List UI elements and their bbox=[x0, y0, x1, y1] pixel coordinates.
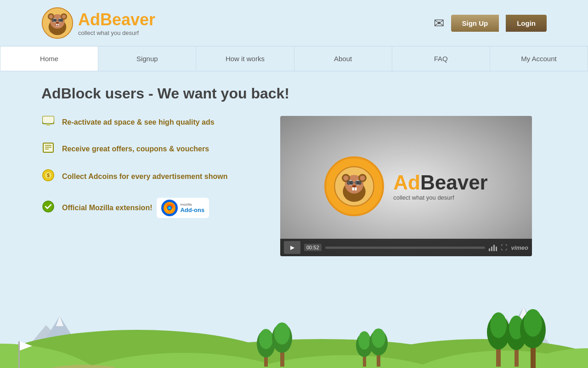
mail-icon[interactable]: ✉ bbox=[434, 16, 444, 31]
check-circle-icon bbox=[41, 201, 55, 215]
video-brand-text: AdBeaver collect what you desurf bbox=[393, 171, 487, 201]
vbar-2 bbox=[491, 247, 492, 251]
svg-rect-16 bbox=[52, 18, 57, 22]
feature-offers-text: Receive great offers, coupons & vouchers bbox=[62, 145, 209, 153]
firefox-addons-badge[interactable]: mozilla Add-ons bbox=[157, 198, 209, 218]
monitor-icon bbox=[41, 116, 55, 129]
logo-beaver-text: Beaver bbox=[100, 10, 155, 29]
header-actions: ✉ Sign Up Login bbox=[434, 15, 547, 32]
nav-faq[interactable]: FAQ bbox=[392, 46, 490, 71]
main-content: AdBlock users - We want you back! Re-act… bbox=[0, 71, 588, 265]
feature-adcoins-text: Collect Adcoins for every advertisement … bbox=[62, 172, 227, 181]
header: AdBeaver collect what you desurf ✉ Sign … bbox=[0, 0, 588, 46]
svg-rect-20 bbox=[43, 116, 54, 122]
addons-text: mozilla Add-ons bbox=[180, 202, 204, 213]
svg-point-40 bbox=[344, 175, 349, 180]
svg-rect-23 bbox=[43, 143, 53, 152]
logo-area: AdBeaver collect what you desurf bbox=[41, 7, 155, 39]
svg-point-30 bbox=[43, 201, 54, 212]
signup-button[interactable]: Sign Up bbox=[451, 15, 499, 32]
page-headline: AdBlock users - We want you back! bbox=[41, 85, 547, 102]
vbar-1 bbox=[489, 248, 490, 251]
list-icon bbox=[41, 143, 55, 155]
video-player: AdBeaver collect what you desurf 00:52 bbox=[280, 116, 532, 256]
svg-rect-95 bbox=[18, 341, 20, 368]
logo-brand: AdBeaver bbox=[78, 10, 155, 29]
firefox-logo-icon bbox=[161, 200, 178, 216]
navigation: Home Signup How it works About FAQ My Ac… bbox=[0, 46, 588, 71]
svg-rect-22 bbox=[46, 124, 50, 126]
nav-home[interactable]: Home bbox=[0, 46, 98, 71]
svg-text:$: $ bbox=[47, 173, 50, 178]
svg-point-94 bbox=[524, 309, 542, 337]
nav-how-it-works[interactable]: How it works bbox=[196, 46, 294, 71]
logo-text: AdBeaver collect what you desurf bbox=[78, 10, 155, 36]
svg-rect-52 bbox=[347, 180, 354, 184]
mozilla-row: Official Mozilla extension! bbox=[62, 198, 209, 218]
video-time: 00:52 bbox=[304, 244, 322, 251]
svg-point-35 bbox=[168, 207, 171, 209]
landscape-svg bbox=[0, 270, 588, 368]
content-area: Re-activate ad space & see high quality … bbox=[41, 116, 547, 256]
svg-rect-50 bbox=[352, 187, 355, 190]
logo-beaver-icon bbox=[41, 7, 74, 39]
coin-icon: $ bbox=[41, 169, 55, 184]
svg-point-4 bbox=[49, 15, 53, 19]
svg-point-6 bbox=[62, 15, 66, 19]
svg-rect-17 bbox=[58, 18, 63, 22]
svg-point-85 bbox=[372, 328, 385, 348]
landscape-scene bbox=[0, 270, 588, 368]
volume-indicator bbox=[489, 244, 497, 251]
feature-offers: Receive great offers, coupons & vouchers bbox=[41, 143, 262, 155]
svg-point-13 bbox=[56, 22, 59, 24]
addons-label: Add-ons bbox=[180, 207, 204, 213]
video-beaver-icon bbox=[334, 166, 375, 207]
svg-point-49 bbox=[352, 185, 356, 188]
svg-point-82 bbox=[358, 331, 370, 350]
nav-signup[interactable]: Signup bbox=[98, 46, 196, 71]
svg-point-79 bbox=[274, 322, 290, 345]
play-button[interactable] bbox=[284, 241, 300, 254]
feature-mozilla: Official Mozilla extension! bbox=[41, 198, 262, 218]
feature-mozilla-text: Official Mozilla extension! bbox=[62, 204, 152, 212]
progress-bar[interactable] bbox=[325, 247, 486, 249]
svg-rect-51 bbox=[355, 187, 357, 190]
nav-about[interactable]: About bbox=[294, 46, 392, 71]
features-list: Re-activate ad space & see high quality … bbox=[41, 116, 262, 232]
video-logo-circle bbox=[324, 156, 384, 216]
video-controls: 00:52 ⛶ vimeo bbox=[280, 239, 532, 256]
login-button[interactable]: Login bbox=[506, 15, 547, 32]
logo-tagline: collect what you desurf bbox=[78, 29, 155, 36]
feature-reactivate-text: Re-activate ad space & see high quality … bbox=[62, 118, 215, 126]
nav-my-account[interactable]: My Account bbox=[490, 46, 588, 71]
feature-adcoins: $ Collect Adcoins for every advertisemen… bbox=[41, 169, 262, 184]
vbar-3 bbox=[493, 245, 495, 251]
vbar-4 bbox=[496, 247, 497, 251]
svg-rect-53 bbox=[356, 180, 362, 184]
svg-point-88 bbox=[490, 312, 507, 338]
svg-point-42 bbox=[360, 175, 365, 180]
svg-point-76 bbox=[259, 329, 273, 349]
feature-reactivate: Re-activate ad space & see high quality … bbox=[41, 116, 262, 129]
vimeo-logo: vimeo bbox=[511, 244, 528, 251]
video-content: AdBeaver collect what you desurf bbox=[280, 116, 532, 256]
fullscreen-button[interactable]: ⛶ bbox=[501, 244, 507, 251]
logo-ad: Ad bbox=[78, 10, 100, 29]
